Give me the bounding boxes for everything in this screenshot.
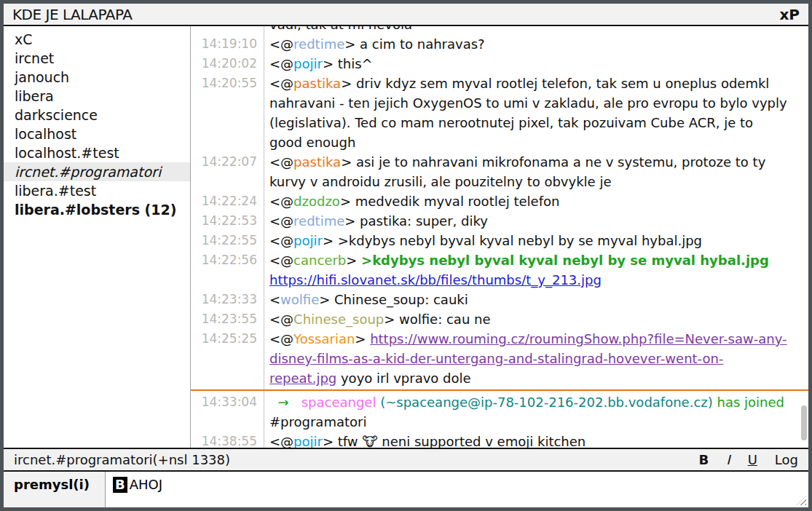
timestamp: 14:23:33 [191,290,264,309]
message-text: < [269,292,280,307]
chat-messages: vadi, tak at mi nevola14:19:10<@redtime>… [191,26,808,448]
message-text: > tfw 🐮 neni supported v emoji kitchen [323,434,586,448]
hostmask: (~spaceange@ip-78-102-216-202.bb.vodafon… [380,395,713,410]
chat-message: 14:38:55<@pojir> tfw 🐮 neni supported v … [191,432,808,448]
nick: redtime [293,36,344,52]
timestamp: 14:33:04 [191,392,264,432]
timestamp: 14:22:24 [191,191,264,211]
message-text: > >kdybys nebyl byval kyval nebyl by se … [323,233,702,248]
message-text: <@ [269,312,293,327]
message-text: > medvedik myval rootlej telefon [340,194,560,209]
chat-message: 14:22:07<@pastika> asi je to nahravani m… [191,152,808,191]
chat-scrollbar-thumb[interactable] [801,405,807,440]
nick-label: premysl(i) [4,472,106,507]
bold-control-char: B [113,477,127,493]
message-text: > asi je to nahravani mikrofonama a ne v… [269,154,765,189]
message-body: <@Yossarian> https://www.rouming.cz/roum… [264,329,808,388]
message-link[interactable]: https://hifi.slovanet.sk/bb/files/thumbs… [269,272,602,288]
resize-grip-icon[interactable] [797,496,806,505]
log-button[interactable]: Log [775,452,798,467]
timestamp: 14:22:55 [191,231,264,250]
sidebar-item[interactable]: localhost [4,124,190,143]
sidebar-item[interactable]: ircnet [4,49,190,68]
format-buttons: B I U Log [699,452,798,467]
window-title: KDE JE LALAPAPA [12,6,132,23]
sidebar-item[interactable]: ircnet.#programatori [4,162,190,181]
message-input[interactable]: BAHOJ [106,472,808,507]
message-text: yoyo irl vpravo dole [336,371,470,386]
timestamp: 14:22:07 [191,152,264,191]
message-body: <@pojir> this^ [264,54,808,74]
message-text: <@ [269,331,293,346]
chat-message: 14:20:55<@pastika> driv kdyz sem myval r… [191,74,808,152]
message-text: <@ [269,76,293,91]
timestamp: 14:20:02 [191,54,264,74]
timestamp: 14:22:56 [191,250,264,290]
chat-message: 14:23:55<@Chinese_soup> wolfie: cau ne [191,309,808,329]
input-text: AHOJ [130,477,162,492]
unread-separator [191,389,808,391]
message-text: >kdybys nebyl byval kyval nebyl by se my… [361,253,769,268]
nick: cancerb [293,253,346,268]
nick: pojir [293,56,323,71]
message-text: > [355,331,370,346]
chat-message: 14:22:55<@pojir> >kdybys nebyl byval kyv… [191,231,808,250]
message-body: <@redtime> pastika: super, diky [264,211,808,231]
sidebar-item[interactable]: libera.#lobsters (12) [4,200,190,219]
message-body: <@pojir> tfw 🐮 neni supported v emoji ki… [264,432,808,448]
sidebar-item[interactable]: janouch [4,68,190,87]
message-body: <@cancerb> >kdybys nebyl byval kyval neb… [264,250,808,290]
sidebar-item[interactable]: libera [4,87,190,106]
bold-button[interactable]: B [699,452,709,467]
message-body: <@redtime> a cim to nahravas? [264,34,808,54]
sidebar-item[interactable]: localhost.#test [4,143,190,162]
timestamp: 14:25:25 [191,329,264,388]
channel-status-text: ircnet.#programatori(+nsl 1338) [14,452,230,467]
message-text: > Chinese_soup: cauki [319,292,468,307]
nick: redtime [293,213,344,229]
sidebar: xCircnetjanouchliberadarksciencelocalhos… [4,26,191,448]
nick: Chinese_soup [293,312,384,327]
message-text: <@ [269,434,293,448]
message-text: > pastika: super, diky [344,213,488,229]
message-text: > driv kdyz sem myval rootlej telefon, t… [269,76,787,150]
message-text: <@ [269,213,293,229]
message-text: <@ [269,194,293,209]
message-text: > [346,253,361,268]
nick: pojir [293,434,323,448]
chat-message: 14:19:10<@redtime> a cim to nahravas? [191,34,808,54]
message-text: > this^ [323,56,373,71]
sidebar-item[interactable]: libera.#test [4,181,190,200]
irc-client-window: KDE JE LALAPAPA xP xCircnetjanouchlibera… [0,0,812,511]
message-body: <@pojir> >kdybys nebyl byval kyval nebyl… [264,231,808,250]
message-body: → spaceangel (~spaceange@ip-78-102-216-2… [264,392,808,432]
chat-message: 14:22:56<@cancerb> >kdybys nebyl byval k… [191,250,808,290]
chat-area: vadi, tak at mi nevola14:19:10<@redtime>… [191,26,808,448]
chat-message: 14:20:02<@pojir> this^ [191,54,808,74]
message-text: > a cim to nahravas? [344,36,484,52]
timestamp: 14:19:10 [191,34,264,54]
message-text: <@ [269,233,293,248]
main-area: xCircnetjanouchliberadarksciencelocalhos… [4,26,808,448]
nick: pojir [293,233,323,248]
sidebar-item[interactable]: xC [4,30,190,49]
underline-button[interactable]: U [748,452,757,467]
timestamp: 14:38:55 [191,432,264,448]
message-text: <@ [269,253,293,268]
timestamp [191,26,264,34]
message-text: <@ [269,154,293,170]
message-text: <@ [269,36,293,52]
sidebar-item[interactable]: darkscience [4,106,190,124]
message-body: <@pastika> asi je to nahravani mikrofona… [264,152,808,191]
nick: Yossarian [293,331,355,346]
italic-button[interactable]: I [726,452,730,467]
nick: pastika [293,154,341,170]
join-arrow: → [269,395,301,410]
message-text: <@ [269,56,293,71]
message-body: vadi, tak at mi nevola [264,26,808,34]
nick: dzodzo [293,194,340,209]
window-menu-button[interactable]: xP [779,6,800,23]
timestamp: 14:20:55 [191,74,264,152]
status-bar: ircnet.#programatori(+nsl 1338) B I U Lo… [4,448,808,470]
nick: spaceangel [301,395,377,410]
